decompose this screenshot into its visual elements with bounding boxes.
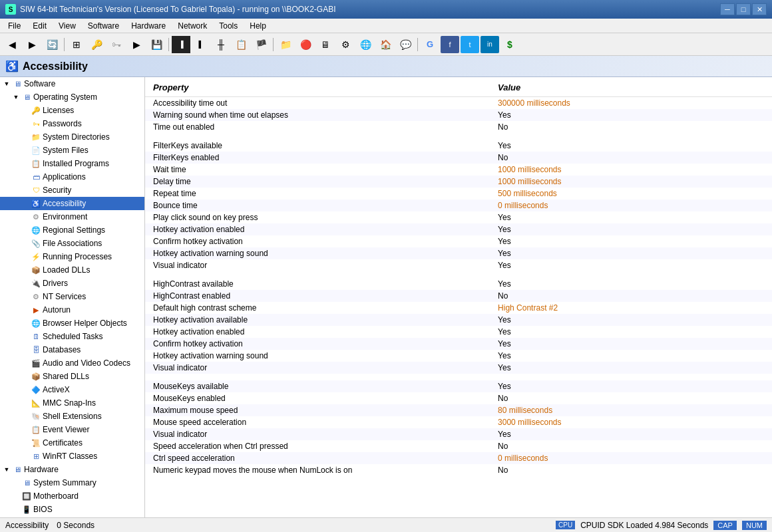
menu-software[interactable]: Software xyxy=(83,19,124,33)
autorun-label: Autorun xyxy=(43,305,71,315)
fileassoc-icon: 📎 xyxy=(31,238,41,249)
sidebar-item-bios[interactable]: 📱 BIOS xyxy=(0,503,144,516)
sidebar-item-mmc[interactable]: 📐 MMC Snap-Ins xyxy=(0,396,144,410)
sidebar-item-installed-programs[interactable]: 📋 Installed Programs xyxy=(0,157,144,170)
toolbar-sep-2 xyxy=(168,38,169,51)
sidebar-item-environment[interactable]: ⚙ Environment xyxy=(0,210,144,223)
sidebar-item-shell-extensions[interactable]: 🐚 Shell Extensions xyxy=(0,410,144,423)
sidebar-item-applications[interactable]: 🗃 Applications xyxy=(0,170,144,184)
value-cell: Yes xyxy=(490,428,772,440)
sidebar-item-running-processes[interactable]: ⚡ Running Processes xyxy=(0,250,144,263)
toolbar-btn-gear[interactable]: ⚙ xyxy=(336,36,355,53)
toolbar-btn-bw2[interactable]: ▌ xyxy=(192,36,210,53)
toolbar-btn-tw[interactable]: t xyxy=(461,36,479,53)
property-cell: Warning sound when time out elapses xyxy=(145,109,490,121)
sharedlls-label: Shared DLLs xyxy=(43,372,89,381)
toolbar-btn-go[interactable]: ▶ xyxy=(127,36,146,53)
sidebar-item-activex[interactable]: 🔷 ActiveX xyxy=(0,383,144,396)
sidebar-item-security[interactable]: 🛡 Security xyxy=(0,184,144,197)
toolbar-btn-circle[interactable]: 🔴 xyxy=(296,36,315,53)
toolbar-btn-key[interactable]: 🔑 xyxy=(87,36,106,53)
sidebar-item-accessibility[interactable]: ♿ Accessibility xyxy=(0,197,144,210)
menu-edit[interactable]: Edit xyxy=(27,19,52,33)
sidebar-item-winrt[interactable]: ⊞ WinRT Classes xyxy=(0,450,144,463)
syssum-label: System Summary xyxy=(33,478,96,487)
expand-tasks-icon xyxy=(20,331,31,342)
toolbar-btn-1[interactable]: ▶ xyxy=(23,36,41,53)
sidebar-item-regional-settings[interactable]: 🌐 Regional Settings xyxy=(0,223,144,237)
instprog-label: Installed Programs xyxy=(43,159,109,168)
sidebar-item-loaded-dlls[interactable]: 📦 Loaded DLLs xyxy=(0,263,144,277)
sidebar-item-shared-dlls[interactable]: 📦 Shared DLLs xyxy=(0,370,144,383)
sidebar-item-file-associations[interactable]: 📎 File Associations xyxy=(0,237,144,250)
menu-hardware[interactable]: Hardware xyxy=(126,19,171,33)
minimize-button[interactable]: ─ xyxy=(720,3,735,15)
table-row: MouseKeys enabledNo xyxy=(145,392,772,404)
sidebar-item-operating-system[interactable]: ▼ 🖥 Operating System xyxy=(0,90,144,104)
toolbar-btn-g[interactable]: G xyxy=(421,36,439,53)
expand-bho-icon xyxy=(20,318,31,329)
sidebar-item-browser-helper[interactable]: 🌐 Browser Helper Objects xyxy=(0,317,144,330)
properties-table: Property Value Accessibility time out300… xyxy=(145,77,772,476)
property-cell: Time out enabled xyxy=(145,121,490,133)
expand-access-icon xyxy=(20,198,31,209)
apps-icon: 🗃 xyxy=(31,172,41,182)
sidebar-item-autorun[interactable]: ▶ Autorun xyxy=(0,303,144,317)
sidebar-item-certificates[interactable]: 📜 Certificates xyxy=(0,436,144,450)
menu-tools[interactable]: Tools xyxy=(214,19,243,33)
property-cell: Speed acceleration when Ctrl pressed xyxy=(145,440,490,452)
menu-view[interactable]: View xyxy=(53,19,81,33)
toolbar-btn-refresh[interactable]: 🔄 xyxy=(43,36,61,53)
menu-help[interactable]: Help xyxy=(244,19,272,33)
mmc-label: MMC Snap-Ins xyxy=(43,398,96,408)
sidebar-item-audio-video[interactable]: 🎬 Audio and Video Codecs xyxy=(0,356,144,370)
sidebar-item-licenses[interactable]: 🔑 Licenses xyxy=(0,104,144,117)
sidebar-item-motherboard[interactable]: 🔲 Motherboard xyxy=(0,489,144,503)
sidebar-item-drivers[interactable]: 🔌 Drivers xyxy=(0,277,144,290)
property-cell: Mouse speed acceleration xyxy=(145,416,490,428)
sidebar-item-system-summary[interactable]: 🖥 System Summary xyxy=(0,476,144,489)
menu-file[interactable]: File xyxy=(3,19,26,33)
toolbar-btn-file[interactable]: 📋 xyxy=(232,36,250,53)
sidebar-item-passwords[interactable]: 🗝 Passwords xyxy=(0,117,144,130)
toolbar-btn-house[interactable]: 🏠 xyxy=(376,36,395,53)
toolbar-btn-chat[interactable]: 💬 xyxy=(396,36,415,53)
toolbar-btn-fb[interactable]: f xyxy=(441,36,459,53)
sidebar-item-system-files[interactable]: 📄 System Files xyxy=(0,144,144,157)
env-icon: ⚙ xyxy=(31,211,41,222)
sidebar-item-event-viewer[interactable]: 📋 Event Viewer xyxy=(0,423,144,436)
toolbar-btn-dollar[interactable]: $ xyxy=(500,36,519,53)
toolbar-btn-net[interactable]: 🌐 xyxy=(356,36,375,53)
maximize-button[interactable]: □ xyxy=(736,3,751,15)
toolbar-btn-key2[interactable]: 🗝 xyxy=(107,36,126,53)
toolbar-btn-monitor[interactable]: 🖥 xyxy=(316,36,335,53)
toolbar-sep-1 xyxy=(64,38,65,51)
sidebar-item-nt-services[interactable]: ⚙ NT Services xyxy=(0,290,144,303)
sidebar: ▼ 🖥 Software ▼ 🖥 Operating System 🔑 Lice… xyxy=(0,77,145,517)
table-row: Accessibility time out300000 millisecond… xyxy=(145,97,772,110)
toolbar-btn-folder[interactable]: 📁 xyxy=(276,36,295,53)
winrt-icon: ⊞ xyxy=(31,451,41,462)
expand-autorun-icon xyxy=(20,305,31,315)
toolbar-btn-grid[interactable]: ⊞ xyxy=(67,36,86,53)
value-cell: No xyxy=(490,392,772,404)
toolbar-btn-bw[interactable]: ▐ xyxy=(172,36,190,53)
toolbar-btn-li[interactable]: in xyxy=(481,36,499,53)
close-button[interactable]: ✕ xyxy=(752,3,767,15)
value-cell: 0 milliseconds xyxy=(490,452,772,464)
expand-regional-icon xyxy=(20,225,31,235)
table-row: FilterKeys enabledNo xyxy=(145,152,772,164)
toolbar-btn-flag[interactable]: 🏴 xyxy=(252,36,270,53)
toolbar-btn-0[interactable]: ◀ xyxy=(3,36,21,53)
sidebar-item-databases[interactable]: 🗄 Databases xyxy=(0,343,144,356)
sidebar-item-system-directories[interactable]: 📁 System Directories xyxy=(0,130,144,144)
sidebar-item-hardware[interactable]: ▼ 🖥 Hardware xyxy=(0,463,144,476)
sidebar-item-scheduled-tasks[interactable]: 🗓 Scheduled Tasks xyxy=(0,330,144,343)
sidebar-item-software[interactable]: ▼ 🖥 Software xyxy=(0,77,144,90)
toolbar-btn-save[interactable]: 💾 xyxy=(147,36,166,53)
sidebar-item-cpu[interactable]: 🔲 CPU xyxy=(0,516,144,517)
toolbar-btn-bar[interactable]: ╫ xyxy=(212,36,230,53)
value-cell: Yes xyxy=(490,362,772,374)
menu-network[interactable]: Network xyxy=(172,19,212,33)
winrt-label: WinRT Classes xyxy=(43,452,97,461)
